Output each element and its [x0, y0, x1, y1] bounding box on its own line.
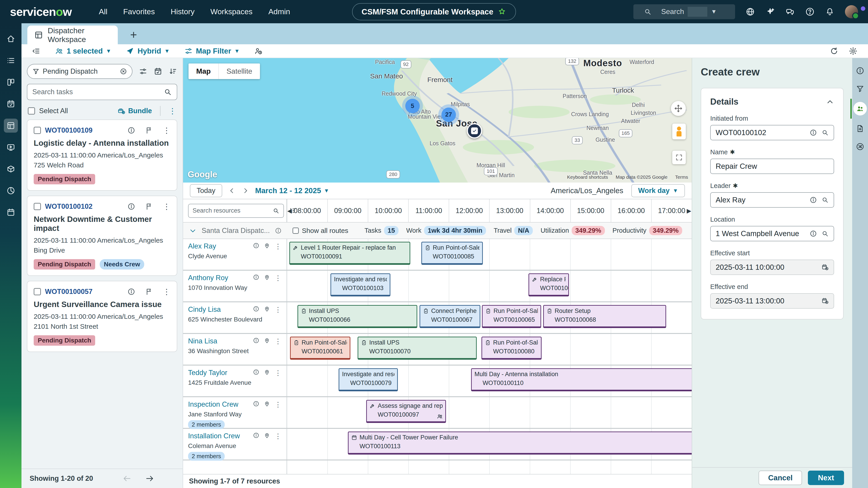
map-cluster-marker[interactable]: 27 — [441, 107, 456, 122]
date-range-dropdown[interactable]: March 12 - 12 2025▼ — [255, 186, 329, 195]
servicenow-logo[interactable]: servicenow — [10, 5, 72, 19]
globe-icon[interactable] — [745, 7, 755, 17]
gantt-task-bar[interactable]: Multi Day - Cell Tower Power FailureWOT0… — [348, 431, 692, 455]
gantt-task-bar[interactable]: Replace PairWOT00100 — [528, 273, 569, 296]
lookup-search-icon[interactable] — [822, 129, 829, 136]
map-filter-dropdown[interactable]: Map Filter▼ — [184, 47, 240, 55]
resource-name-link[interactable]: Cindy Lisa — [188, 305, 221, 314]
today-button[interactable]: Today — [190, 184, 222, 197]
search-tasks[interactable] — [27, 84, 177, 100]
resource-name-link[interactable]: Nina Lisa — [188, 337, 217, 345]
workspace-pill[interactable]: CSM/FSM Configurable Workspace — [352, 3, 516, 20]
selected-task-marker[interactable] — [467, 123, 482, 138]
gantt-task-bar[interactable]: Assess signage and repairWOT00100097 — [366, 400, 446, 423]
selected-dropdown[interactable]: 1 selected▼ — [55, 47, 111, 55]
satellite-button[interactable]: Satellite — [218, 64, 260, 79]
gantt-task-bar[interactable]: Router SetupWOT00100068 — [543, 305, 666, 328]
map-pan-control[interactable] — [671, 101, 686, 116]
cancel-button[interactable]: Cancel — [758, 470, 802, 485]
next-date-icon[interactable] — [242, 187, 249, 195]
resource-menu-icon[interactable]: ⋮ — [275, 242, 281, 250]
info-icon[interactable] — [253, 432, 259, 438]
map-attribution-item[interactable]: Keyboard shortcuts — [567, 174, 608, 180]
left-rail-item-monitor[interactable] — [4, 140, 18, 154]
right-rail-item-funnel[interactable] — [855, 84, 865, 94]
search-caret-icon[interactable]: ▼ — [711, 8, 731, 15]
nav-menu-admin[interactable]: Admin — [268, 7, 290, 16]
favorite-star-icon[interactable] — [497, 7, 506, 16]
right-rail-item-info[interactable] — [855, 66, 865, 76]
lookup-search-icon[interactable] — [822, 230, 829, 237]
card-checkbox[interactable] — [34, 127, 41, 134]
resource-name-link[interactable]: Teddy Taylor — [188, 369, 227, 377]
right-rail-item-people-fill[interactable] — [853, 102, 867, 116]
select-all-checkbox[interactable] — [28, 107, 35, 115]
info-icon[interactable] — [127, 127, 135, 134]
ai-sparkle-icon[interactable] — [765, 7, 775, 17]
location-pin-icon[interactable] — [264, 400, 270, 407]
resource-name-link[interactable]: Alex Ray — [188, 242, 216, 250]
search-tasks-input[interactable] — [32, 88, 164, 96]
info-icon[interactable] — [253, 337, 259, 344]
gantt-task-bar[interactable]: Install UPSWOT00100066 — [298, 305, 417, 328]
resource-menu-icon[interactable]: ⋮ — [275, 337, 281, 345]
right-rail-item-file-plus[interactable] — [855, 124, 865, 133]
left-rail-item-pie[interactable] — [4, 184, 18, 198]
resource-menu-icon[interactable]: ⋮ — [275, 369, 281, 377]
calendar-clock-icon[interactable] — [822, 264, 829, 271]
prev-date-icon[interactable] — [228, 187, 236, 195]
map[interactable]: Map Satellite PacificaSan MateoFremontRe… — [183, 58, 692, 183]
gantt-task-bar[interactable]: Investigate and resolveWOT00100103 — [331, 273, 391, 296]
schedule-check-icon[interactable] — [154, 67, 162, 76]
info-icon[interactable] — [253, 274, 259, 281]
left-rail-item-calendar[interactable] — [4, 205, 18, 219]
next-page-icon[interactable] — [145, 474, 154, 483]
info-icon[interactable] — [127, 203, 135, 210]
nav-menu-history[interactable]: History — [170, 7, 195, 16]
show-all-routes-checkbox[interactable] — [292, 228, 299, 234]
lookup-search-icon[interactable] — [822, 196, 829, 203]
nav-menu-workspaces[interactable]: Workspaces — [211, 7, 252, 16]
gantt-task-bar[interactable]: Level 1 Router Repair - replace fanWOT00… — [289, 242, 410, 265]
help-icon[interactable] — [805, 7, 815, 17]
new-tab-button[interactable]: + — [127, 28, 141, 41]
left-rail-item-home[interactable] — [4, 32, 18, 46]
gantt-task-bar[interactable]: Install UPSWOT00100070 — [358, 337, 477, 360]
hybrid-dropdown[interactable]: Hybrid▼ — [126, 47, 169, 55]
info-icon[interactable] — [810, 230, 817, 237]
chat-icon[interactable] — [785, 7, 795, 17]
location-pin-icon[interactable] — [264, 337, 270, 344]
gantt-task-bar[interactable]: Run Point-of-Sale CaWOT00100085 — [421, 242, 483, 265]
task-list-menu-icon[interactable]: ⋮ — [168, 106, 176, 116]
bundle-button[interactable]: Bundle — [117, 107, 152, 115]
info-icon[interactable] — [810, 129, 817, 136]
card-checkbox[interactable] — [34, 288, 41, 295]
info-icon[interactable] — [253, 400, 259, 407]
resource-name-link[interactable]: Anthony Roy — [188, 274, 228, 282]
gantt-task-bar[interactable]: Run Point-of-Sale CaWOT00100065 — [482, 305, 541, 328]
field-leader[interactable]: Alex Ray — [710, 192, 834, 207]
location-pin-icon[interactable] — [264, 274, 270, 281]
field-effective-start[interactable]: 2025-03-11 10:00:00 — [710, 260, 834, 275]
resource-menu-icon[interactable]: ⋮ — [275, 400, 281, 409]
next-button[interactable]: Next — [808, 470, 844, 485]
left-rail-item-package[interactable] — [4, 162, 18, 176]
location-pin-icon[interactable] — [264, 306, 270, 312]
collapse-panel-icon[interactable] — [32, 47, 40, 55]
view-dropdown[interactable]: Work day▼ — [631, 184, 685, 197]
card-number-link[interactable]: WOT00100057 — [45, 288, 123, 296]
resource-name-link[interactable]: Inspection Crew — [188, 400, 238, 409]
map-attribution-item[interactable]: Terms — [675, 174, 688, 180]
gantt-task-bar[interactable]: Run Point-of-Sale CaWOT00100080 — [482, 337, 541, 360]
flag-icon[interactable] — [145, 288, 153, 295]
location-pin-icon[interactable] — [264, 369, 270, 375]
refresh-icon[interactable] — [830, 46, 839, 56]
flag-icon[interactable] — [145, 127, 153, 134]
prev-page-icon[interactable] — [123, 474, 131, 483]
user-avatar[interactable] — [845, 5, 858, 18]
calendar-clock-icon[interactable] — [822, 297, 829, 304]
filter-pill[interactable]: Pending Dispatch — [27, 64, 132, 79]
group-name[interactable]: Santa Clara Dispatc... — [202, 227, 270, 235]
task-card[interactable]: WOT00100109⋮Logistic delay - Antenna ins… — [27, 120, 177, 191]
left-rail-item-planner[interactable] — [4, 97, 18, 111]
